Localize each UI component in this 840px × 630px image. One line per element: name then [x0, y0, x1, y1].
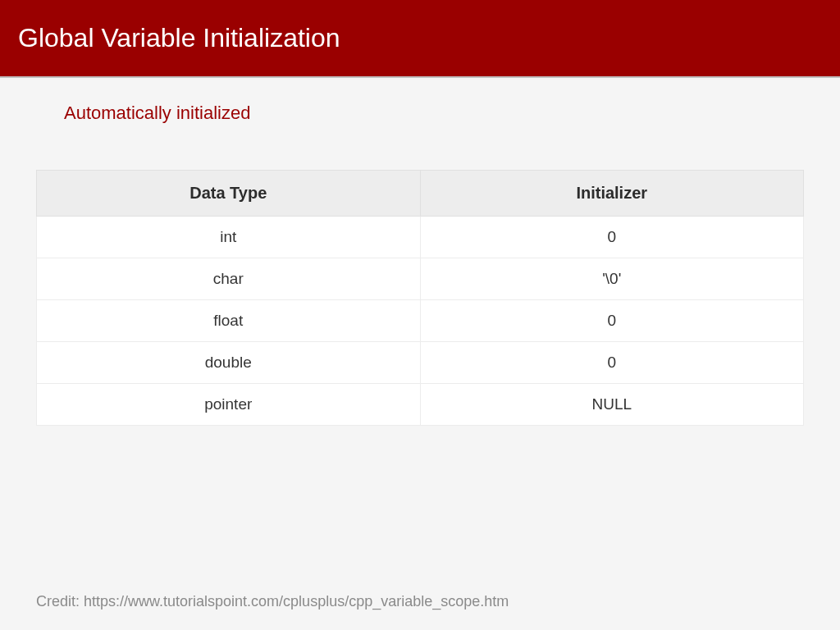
cell-type: int — [37, 217, 421, 258]
cell-init: 0 — [420, 217, 804, 258]
cell-init: 0 — [420, 342, 804, 384]
credit-line: Credit: https://www.tutorialspoint.com/c… — [36, 593, 509, 610]
cell-type: pointer — [37, 384, 421, 426]
col-header-init: Initializer — [420, 171, 804, 217]
slide-body: Automatically initialized Data Type Init… — [0, 78, 840, 630]
cell-init: '\0' — [420, 258, 804, 300]
cell-init: NULL — [420, 384, 804, 426]
table-header-row: Data Type Initializer — [37, 171, 804, 217]
cell-init: 0 — [420, 300, 804, 342]
table-row: float 0 — [37, 300, 804, 342]
cell-type: double — [37, 342, 421, 384]
col-header-type: Data Type — [37, 171, 421, 217]
subtitle: Automatically initialized — [64, 103, 804, 124]
table-row: double 0 — [37, 342, 804, 384]
cell-type: char — [37, 258, 421, 300]
slide-header: Global Variable Initialization — [0, 0, 840, 78]
init-table: Data Type Initializer int 0 char '\0' fl… — [36, 170, 804, 426]
cell-type: float — [37, 300, 421, 342]
slide-title: Global Variable Initialization — [18, 23, 340, 53]
table-row: char '\0' — [37, 258, 804, 300]
table-row: pointer NULL — [37, 384, 804, 426]
table-row: int 0 — [37, 217, 804, 258]
